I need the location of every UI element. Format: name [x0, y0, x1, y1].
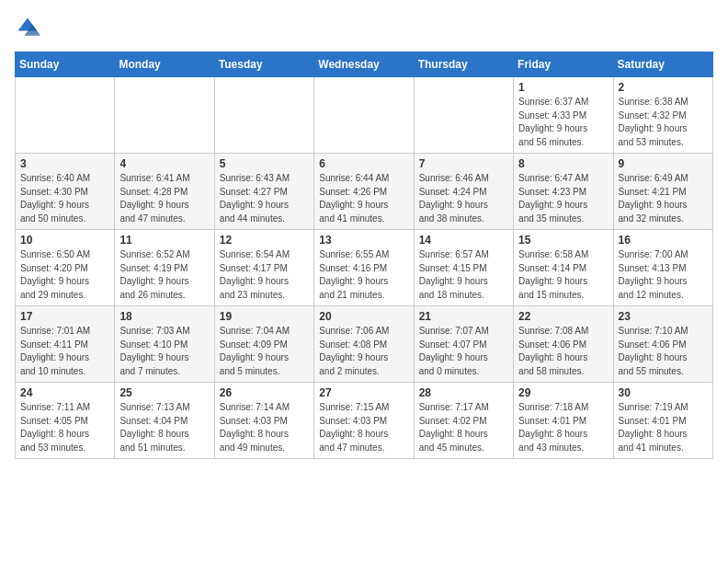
- calendar-cell: 26Sunrise: 7:14 AM Sunset: 4:03 PM Dayli…: [214, 383, 313, 459]
- calendar-cell: 29Sunrise: 7:18 AM Sunset: 4:01 PM Dayli…: [514, 383, 613, 459]
- calendar-cell: 20Sunrise: 7:06 AM Sunset: 4:08 PM Dayli…: [314, 306, 414, 383]
- day-info: Sunrise: 6:57 AM Sunset: 4:15 PM Dayligh…: [419, 248, 508, 302]
- column-header-tuesday: Tuesday: [214, 52, 313, 77]
- calendar-cell: 5Sunrise: 6:43 AM Sunset: 4:27 PM Daylig…: [214, 154, 313, 230]
- calendar-cell: 4Sunrise: 6:41 AM Sunset: 4:28 PM Daylig…: [115, 154, 214, 230]
- column-header-saturday: Saturday: [613, 52, 712, 77]
- day-number: 13: [319, 234, 408, 247]
- day-number: 29: [518, 386, 608, 399]
- column-header-monday: Monday: [115, 52, 214, 77]
- calendar-cell: [214, 77, 313, 154]
- day-info: Sunrise: 6:49 AM Sunset: 4:21 PM Dayligh…: [619, 172, 708, 225]
- day-info: Sunrise: 7:13 AM Sunset: 4:04 PM Dayligh…: [119, 401, 209, 454]
- day-info: Sunrise: 7:15 AM Sunset: 4:03 PM Dayligh…: [319, 401, 408, 454]
- day-number: 17: [20, 310, 109, 323]
- calendar-cell: 27Sunrise: 7:15 AM Sunset: 4:03 PM Dayli…: [314, 383, 414, 459]
- day-info: Sunrise: 7:17 AM Sunset: 4:02 PM Dayligh…: [419, 401, 508, 454]
- calendar-cell: 19Sunrise: 7:04 AM Sunset: 4:09 PM Dayli…: [214, 306, 313, 383]
- calendar-cell: 23Sunrise: 7:10 AM Sunset: 4:06 PM Dayli…: [613, 306, 712, 383]
- calendar-cell: 8Sunrise: 6:47 AM Sunset: 4:23 PM Daylig…: [514, 154, 613, 230]
- day-number: 8: [518, 157, 608, 170]
- day-info: Sunrise: 7:04 AM Sunset: 4:09 PM Dayligh…: [220, 325, 309, 378]
- calendar-cell: 24Sunrise: 7:11 AM Sunset: 4:05 PM Dayli…: [16, 383, 115, 459]
- day-info: Sunrise: 6:37 AM Sunset: 4:33 PM Dayligh…: [518, 96, 608, 149]
- calendar-cell: [16, 77, 115, 154]
- column-header-friday: Friday: [514, 52, 613, 77]
- calendar-cell: [115, 77, 214, 154]
- calendar-cell: 9Sunrise: 6:49 AM Sunset: 4:21 PM Daylig…: [613, 154, 712, 230]
- calendar-cell: 12Sunrise: 6:54 AM Sunset: 4:17 PM Dayli…: [214, 230, 313, 306]
- calendar-cell: 11Sunrise: 6:52 AM Sunset: 4:19 PM Dayli…: [115, 230, 214, 306]
- day-number: 16: [619, 234, 708, 247]
- day-info: Sunrise: 7:14 AM Sunset: 4:03 PM Dayligh…: [220, 401, 309, 454]
- calendar-cell: 6Sunrise: 6:44 AM Sunset: 4:26 PM Daylig…: [314, 154, 414, 230]
- day-number: 5: [220, 157, 309, 170]
- calendar-cell: 30Sunrise: 7:19 AM Sunset: 4:01 PM Dayli…: [613, 383, 712, 459]
- calendar-cell: 2Sunrise: 6:38 AM Sunset: 4:32 PM Daylig…: [613, 77, 712, 154]
- day-number: 11: [119, 234, 209, 247]
- calendar-week-4: 17Sunrise: 7:01 AM Sunset: 4:11 PM Dayli…: [16, 306, 713, 383]
- day-info: Sunrise: 7:19 AM Sunset: 4:01 PM Dayligh…: [619, 401, 708, 454]
- day-info: Sunrise: 6:46 AM Sunset: 4:24 PM Dayligh…: [419, 172, 508, 225]
- calendar-cell: 15Sunrise: 6:58 AM Sunset: 4:14 PM Dayli…: [514, 230, 613, 306]
- day-info: Sunrise: 6:50 AM Sunset: 4:20 PM Dayligh…: [20, 248, 109, 302]
- day-number: 28: [419, 386, 508, 399]
- column-header-wednesday: Wednesday: [314, 52, 414, 77]
- calendar-cell: 28Sunrise: 7:17 AM Sunset: 4:02 PM Dayli…: [414, 383, 513, 459]
- day-info: Sunrise: 7:08 AM Sunset: 4:06 PM Dayligh…: [518, 325, 608, 378]
- day-number: 19: [220, 310, 309, 323]
- day-info: Sunrise: 6:58 AM Sunset: 4:14 PM Dayligh…: [518, 248, 608, 302]
- day-info: Sunrise: 7:07 AM Sunset: 4:07 PM Dayligh…: [419, 325, 508, 378]
- logo-icon: [15, 15, 40, 40]
- day-number: 9: [619, 157, 708, 170]
- day-info: Sunrise: 6:47 AM Sunset: 4:23 PM Dayligh…: [518, 172, 608, 225]
- day-info: Sunrise: 6:41 AM Sunset: 4:28 PM Dayligh…: [119, 172, 209, 225]
- page-header: [15, 15, 713, 40]
- day-number: 14: [419, 234, 508, 247]
- calendar-cell: 18Sunrise: 7:03 AM Sunset: 4:10 PM Dayli…: [115, 306, 214, 383]
- day-info: Sunrise: 6:43 AM Sunset: 4:27 PM Dayligh…: [220, 172, 309, 225]
- logo: [15, 15, 44, 40]
- day-number: 12: [220, 234, 309, 247]
- calendar-week-5: 24Sunrise: 7:11 AM Sunset: 4:05 PM Dayli…: [16, 383, 713, 459]
- day-info: Sunrise: 6:52 AM Sunset: 4:19 PM Dayligh…: [119, 248, 209, 302]
- day-number: 3: [20, 157, 109, 170]
- calendar-cell: 10Sunrise: 6:50 AM Sunset: 4:20 PM Dayli…: [16, 230, 115, 306]
- column-header-thursday: Thursday: [414, 52, 513, 77]
- day-info: Sunrise: 7:11 AM Sunset: 4:05 PM Dayligh…: [20, 401, 109, 454]
- calendar-cell: [314, 77, 414, 154]
- day-number: 4: [119, 157, 209, 170]
- day-number: 22: [518, 310, 608, 323]
- day-number: 15: [518, 234, 608, 247]
- day-number: 26: [220, 386, 309, 399]
- day-number: 25: [119, 386, 209, 399]
- day-info: Sunrise: 6:55 AM Sunset: 4:16 PM Dayligh…: [319, 248, 408, 302]
- day-number: 24: [20, 386, 109, 399]
- day-number: 30: [619, 386, 708, 399]
- day-number: 21: [419, 310, 508, 323]
- day-info: Sunrise: 6:38 AM Sunset: 4:32 PM Dayligh…: [619, 96, 708, 149]
- day-number: 2: [619, 81, 708, 94]
- calendar-week-1: 1Sunrise: 6:37 AM Sunset: 4:33 PM Daylig…: [16, 77, 713, 154]
- calendar-cell: 25Sunrise: 7:13 AM Sunset: 4:04 PM Dayli…: [115, 383, 214, 459]
- day-number: 18: [119, 310, 209, 323]
- day-info: Sunrise: 7:06 AM Sunset: 4:08 PM Dayligh…: [319, 325, 408, 378]
- day-number: 27: [319, 386, 408, 399]
- calendar-cell: 17Sunrise: 7:01 AM Sunset: 4:11 PM Dayli…: [16, 306, 115, 383]
- day-info: Sunrise: 7:10 AM Sunset: 4:06 PM Dayligh…: [619, 325, 708, 378]
- calendar-header-row: SundayMondayTuesdayWednesdayThursdayFrid…: [16, 52, 713, 77]
- calendar-table: SundayMondayTuesdayWednesdayThursdayFrid…: [15, 52, 713, 459]
- day-number: 23: [619, 310, 708, 323]
- day-number: 20: [319, 310, 408, 323]
- day-info: Sunrise: 6:40 AM Sunset: 4:30 PM Dayligh…: [20, 172, 109, 225]
- calendar-cell: 3Sunrise: 6:40 AM Sunset: 4:30 PM Daylig…: [16, 154, 115, 230]
- calendar-cell: 14Sunrise: 6:57 AM Sunset: 4:15 PM Dayli…: [414, 230, 513, 306]
- day-info: Sunrise: 6:44 AM Sunset: 4:26 PM Dayligh…: [319, 172, 408, 225]
- calendar-week-2: 3Sunrise: 6:40 AM Sunset: 4:30 PM Daylig…: [16, 154, 713, 230]
- day-number: 7: [419, 157, 508, 170]
- calendar-cell: 16Sunrise: 7:00 AM Sunset: 4:13 PM Dayli…: [613, 230, 712, 306]
- calendar-cell: 21Sunrise: 7:07 AM Sunset: 4:07 PM Dayli…: [414, 306, 513, 383]
- day-info: Sunrise: 7:03 AM Sunset: 4:10 PM Dayligh…: [119, 325, 209, 378]
- day-number: 1: [518, 81, 608, 94]
- calendar-cell: 1Sunrise: 6:37 AM Sunset: 4:33 PM Daylig…: [514, 77, 613, 154]
